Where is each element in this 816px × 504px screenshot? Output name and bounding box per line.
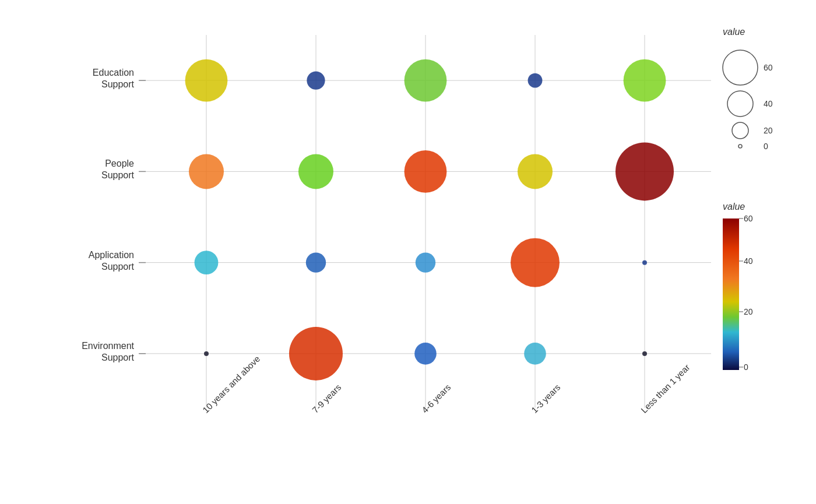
svg-text:Education: Education [93, 68, 134, 77]
svg-point-38 [416, 252, 435, 272]
svg-text:People: People [105, 158, 134, 168]
svg-point-33 [405, 150, 447, 193]
svg-point-31 [189, 154, 224, 189]
svg-text:Support: Support [101, 170, 135, 180]
svg-point-45 [642, 351, 647, 356]
svg-text:0: 0 [764, 142, 768, 151]
svg-rect-56 [723, 218, 739, 370]
svg-point-30 [624, 59, 666, 102]
svg-text:20: 20 [744, 307, 753, 316]
svg-point-27 [307, 72, 325, 90]
svg-text:Support: Support [101, 353, 135, 362]
svg-point-49 [727, 91, 753, 117]
svg-text:1-3 years: 1-3 years [529, 382, 562, 415]
svg-text:40: 40 [744, 256, 753, 266]
chart-container: EducationSupportPeopleSupportApplication… [0, 0, 816, 504]
svg-point-32 [298, 154, 333, 189]
svg-text:10 years and above: 10 years and above [201, 354, 262, 415]
svg-point-47 [723, 50, 758, 85]
svg-text:40: 40 [764, 99, 773, 108]
svg-point-51 [732, 122, 748, 139]
svg-point-40 [642, 260, 647, 265]
svg-text:4-6 years: 4-6 years [420, 382, 452, 415]
svg-point-41 [204, 351, 209, 356]
svg-text:60: 60 [764, 63, 773, 72]
svg-point-44 [524, 343, 546, 365]
svg-text:Environment: Environment [82, 341, 134, 351]
svg-text:Less than 1 year: Less than 1 year [639, 362, 691, 415]
svg-text:value: value [723, 202, 745, 212]
svg-point-43 [414, 343, 437, 365]
svg-point-53 [738, 144, 742, 148]
svg-text:0: 0 [744, 362, 748, 372]
svg-point-36 [195, 251, 219, 274]
svg-point-39 [511, 238, 560, 287]
svg-text:Application: Application [89, 250, 134, 260]
svg-text:value: value [723, 27, 745, 37]
svg-point-29 [528, 73, 543, 88]
svg-text:Support: Support [101, 262, 135, 272]
svg-text:60: 60 [744, 214, 753, 223]
svg-point-35 [615, 142, 674, 200]
svg-text:7-9 years: 7-9 years [310, 382, 343, 415]
svg-point-42 [289, 327, 343, 380]
svg-text:20: 20 [764, 126, 773, 135]
svg-point-34 [518, 154, 553, 189]
bubble-chart: EducationSupportPeopleSupportApplication… [0, 0, 816, 504]
svg-text:Support: Support [101, 79, 135, 89]
svg-point-28 [405, 59, 447, 102]
svg-point-37 [306, 252, 326, 272]
svg-point-26 [185, 59, 228, 102]
